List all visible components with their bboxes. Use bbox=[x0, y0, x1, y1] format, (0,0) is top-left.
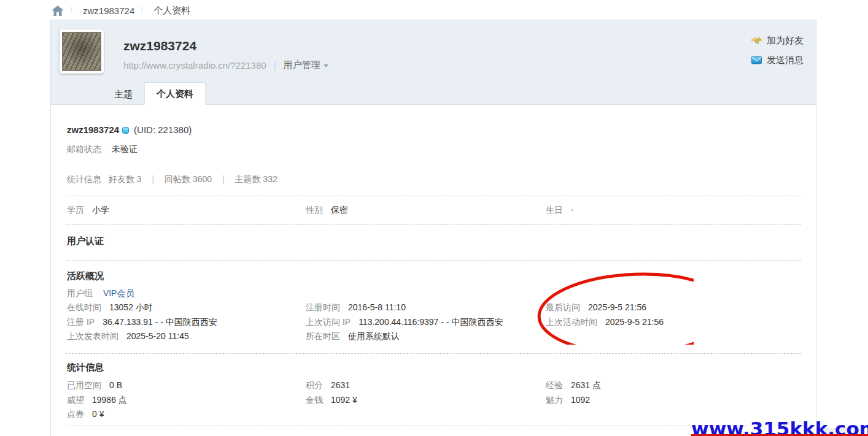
homepage-url: http://www.crystalradio.cn/?221380 bbox=[123, 60, 266, 71]
field-value: 1092 ¥ bbox=[331, 395, 357, 405]
usergroup-row: 用户组 VIP会员 bbox=[67, 288, 134, 299]
separator bbox=[66, 196, 801, 196]
field-label: 金钱 bbox=[306, 395, 323, 405]
activity-field-last-visit: 最后访问2025-9-5 21:56 bbox=[546, 302, 810, 317]
field-value: 113.200.44.116:9397 - - 中国陕西西安 bbox=[358, 317, 503, 327]
field-value: - bbox=[571, 205, 574, 215]
replies-count[interactable]: 回帖数 3600 bbox=[165, 174, 212, 184]
profile-header: zwz1983724 http://www.crystalradio.cn/?2… bbox=[51, 20, 816, 105]
activity-field-last-visit-ip: 上次访问 IP113.200.44.116:9397 - - 中国陕西西安 bbox=[306, 317, 546, 332]
send-message-label: 发送消息 bbox=[767, 55, 804, 66]
profile-username: zwz1983724 bbox=[67, 124, 119, 135]
field-value: 2631 点 bbox=[571, 380, 601, 390]
activity-grid: 在线时间13052 小时 注册时间2016-5-8 11:10 最后访问2025… bbox=[67, 302, 810, 346]
summary-divider: | bbox=[222, 174, 225, 184]
page: 〉 zwz1983724 〉 个人资料 zwz1983724 http://ww… bbox=[0, 0, 868, 436]
field-label: 经验 bbox=[546, 380, 563, 390]
field-label: 上次发表时间 bbox=[67, 331, 118, 341]
field-label: 性别 bbox=[306, 205, 323, 215]
field-label: 生日 bbox=[546, 205, 563, 215]
activity-field-last-post-time: 上次发表时间2025-5-20 11:45 bbox=[67, 331, 306, 346]
summary-label: 统计信息 bbox=[67, 174, 101, 184]
tab-threads[interactable]: 主题 bbox=[103, 83, 144, 105]
field-birthday: 生日- bbox=[546, 205, 810, 220]
breadcrumb-item-user[interactable]: zwz1983724 bbox=[83, 6, 134, 16]
activity-field-register-time: 注册时间2016-5-8 11:10 bbox=[306, 302, 546, 317]
breadcrumb-separator: 〉 bbox=[69, 5, 77, 16]
stats-field-used-space: 已用空间0 B bbox=[67, 380, 306, 395]
add-friend-label: 加为好友 bbox=[767, 35, 804, 47]
field-label: 积分 bbox=[306, 380, 323, 390]
field-label: 注册时间 bbox=[306, 302, 340, 312]
field-value: 19986 点 bbox=[92, 395, 127, 405]
handshake-icon bbox=[751, 36, 762, 45]
stats-field-charm: 魅力1092 bbox=[546, 395, 810, 410]
field-value: 0 ¥ bbox=[92, 409, 104, 419]
user-manage-dropdown[interactable]: 用户管理 bbox=[284, 59, 328, 71]
field-value: 保密 bbox=[331, 205, 348, 215]
field-label: 点券 bbox=[67, 409, 84, 419]
field-value: 2631 bbox=[331, 380, 350, 390]
activity-field-timezone: 所在时区使用系统默认 bbox=[306, 331, 546, 346]
basic-fields-row: 学历小学 性别保密 生日- bbox=[67, 205, 810, 220]
email-status-row: 邮箱状态 未验证 bbox=[67, 144, 138, 155]
activity-field-last-activity-time: 上次活动时间2025-9-5 21:56 bbox=[546, 317, 810, 332]
threads-count[interactable]: 主题数 332 bbox=[234, 174, 277, 184]
url-divider: | bbox=[274, 60, 276, 71]
profile-panel: zwz1983724 http://www.crystalradio.cn/?2… bbox=[50, 20, 816, 436]
field-label: 上次活动时间 bbox=[546, 317, 597, 327]
add-friend-button[interactable]: 加为好友 bbox=[751, 35, 804, 47]
section-title-verification: 用户认证 bbox=[67, 235, 104, 247]
field-label: 学历 bbox=[67, 205, 84, 215]
watermark-text: www.315kkk.com bbox=[691, 418, 868, 436]
field-label: 已用空间 bbox=[67, 380, 101, 390]
field-value: 36.47.133.91 - - 中国陕西西安 bbox=[103, 317, 217, 327]
tab-profile[interactable]: 个人资料 bbox=[144, 82, 206, 105]
field-value: 小学 bbox=[92, 205, 109, 215]
stats-field-prestige: 威望19986 点 bbox=[67, 395, 306, 410]
user-manage-label: 用户管理 bbox=[284, 59, 320, 71]
field-value: 0 B bbox=[109, 380, 122, 390]
activity-field-online-time: 在线时间13052 小时 bbox=[67, 302, 306, 317]
field-value: 2025-5-20 11:45 bbox=[126, 331, 189, 341]
stats-field-experience: 经验2631 点 bbox=[546, 380, 810, 395]
field-education: 学历小学 bbox=[67, 205, 306, 220]
email-status-label: 邮箱状态 bbox=[67, 144, 101, 154]
field-value: 1092 bbox=[571, 395, 590, 405]
envelope-icon bbox=[751, 56, 762, 65]
header-username: zwz1983724 bbox=[123, 39, 196, 53]
field-label: 上次访问 IP bbox=[306, 317, 351, 327]
field-label: 威望 bbox=[67, 395, 84, 405]
separator bbox=[66, 353, 801, 354]
avatar-image bbox=[62, 32, 101, 71]
separator bbox=[66, 224, 801, 225]
activity-field-empty bbox=[546, 331, 810, 346]
usergroup-label: 用户组 bbox=[67, 288, 93, 298]
field-label: 注册 IP bbox=[67, 317, 95, 327]
breadcrumb: 〉 zwz1983724 〉 个人资料 bbox=[52, 3, 190, 18]
online-status-icon bbox=[122, 127, 129, 134]
stats-field-credits: 积分2631 bbox=[306, 380, 546, 395]
field-label: 在线时间 bbox=[67, 302, 101, 312]
email-status-value: 未验证 bbox=[112, 144, 138, 154]
profile-actions: 加为好友 发送消息 bbox=[751, 35, 804, 66]
home-icon[interactable] bbox=[52, 6, 64, 16]
friends-count[interactable]: 好友数 3 bbox=[109, 174, 142, 184]
breadcrumb-item-profile[interactable]: 个人资料 bbox=[153, 5, 190, 17]
field-value: 13052 小时 bbox=[109, 302, 153, 312]
summary-divider: | bbox=[152, 174, 154, 184]
field-value: 2025-9-5 21:56 bbox=[605, 317, 664, 327]
usergroup-link[interactable]: VIP会员 bbox=[103, 288, 134, 298]
field-value: 2025-9-5 21:56 bbox=[588, 302, 646, 312]
stats-field-coupons: 点券0 ¥ bbox=[67, 409, 306, 424]
profile-tabs: 主题 个人资料 bbox=[103, 82, 206, 105]
username-row: zwz1983724 (UID: 221380) bbox=[67, 124, 192, 135]
stats-grid: 已用空间0 B 积分2631 经验2631 点 威望19986 点 金钱1092… bbox=[67, 380, 810, 424]
field-label: 最后访问 bbox=[546, 302, 580, 312]
send-message-button[interactable]: 发送消息 bbox=[751, 55, 804, 66]
field-value: 使用系统默认 bbox=[348, 331, 400, 341]
section-title-stats: 统计信息 bbox=[67, 362, 104, 373]
avatar[interactable] bbox=[60, 29, 104, 74]
field-value: 2016-5-8 11:10 bbox=[348, 302, 406, 312]
field-label: 魅力 bbox=[546, 395, 563, 405]
